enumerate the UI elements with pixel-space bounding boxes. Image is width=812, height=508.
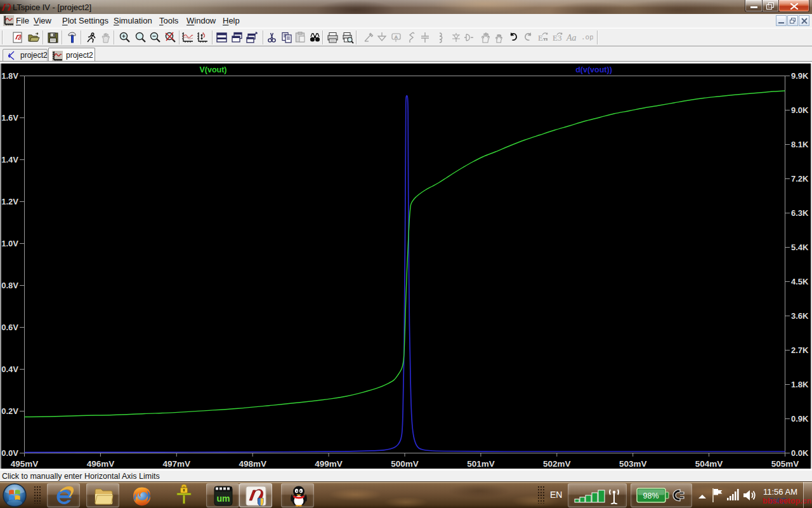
svg-text:0.4V: 0.4V [1, 364, 18, 374]
svg-text:1.8V: 1.8V [1, 71, 18, 81]
svg-text:502mV: 502mV [543, 459, 571, 469]
svg-text:98%: 98% [643, 491, 658, 500]
svg-text:9.9K: 9.9K [791, 71, 809, 81]
svg-text:5.4K: 5.4K [791, 243, 809, 252]
svg-text:1.0V: 1.0V [1, 239, 18, 248]
svg-text:7.2K: 7.2K [791, 174, 809, 184]
svg-text:496mV: 496mV [87, 459, 115, 469]
svg-text:1.4V: 1.4V [1, 155, 18, 164]
svg-text:9.0K: 9.0K [791, 105, 809, 115]
svg-text:501mV: 501mV [467, 459, 495, 469]
svg-text:0.8V: 0.8V [1, 281, 18, 290]
svg-text:V(vout): V(vout) [199, 65, 226, 74]
svg-text:Aa: Aa [566, 33, 577, 43]
svg-text:0.0V: 0.0V [1, 448, 18, 458]
svg-text:498mV: 498mV [239, 459, 266, 469]
svg-text:495mV: 495mV [11, 459, 39, 469]
svg-text:505mV: 505mV [771, 459, 799, 469]
svg-text:504mV: 504mV [695, 459, 723, 469]
svg-text:1.8K: 1.8K [791, 380, 809, 389]
svg-text:8.1K: 8.1K [791, 140, 809, 149]
svg-text:503mV: 503mV [619, 459, 647, 469]
svg-text:4.5K: 4.5K [791, 277, 809, 286]
svg-text:0.2V: 0.2V [1, 406, 18, 416]
svg-text:500mV: 500mV [391, 459, 419, 469]
svg-text:3.6K: 3.6K [791, 311, 809, 321]
svg-text:um: um [217, 493, 230, 504]
svg-text:497mV: 497mV [163, 459, 191, 469]
svg-text:1.2V: 1.2V [1, 197, 18, 206]
svg-text:.op: .op [581, 34, 593, 41]
svg-text:0.9K: 0.9K [791, 414, 809, 424]
svg-text:2.7K: 2.7K [791, 345, 809, 355]
svg-text:6.3K: 6.3K [791, 208, 809, 218]
svg-text:0.0K: 0.0K [791, 448, 809, 458]
svg-text:A: A [395, 34, 398, 40]
svg-text:0.6V: 0.6V [1, 323, 18, 332]
svg-text:1.6V: 1.6V [1, 113, 18, 123]
svg-text:d(v(vout)): d(v(vout)) [575, 65, 612, 74]
svg-text:499mV: 499mV [315, 459, 343, 469]
